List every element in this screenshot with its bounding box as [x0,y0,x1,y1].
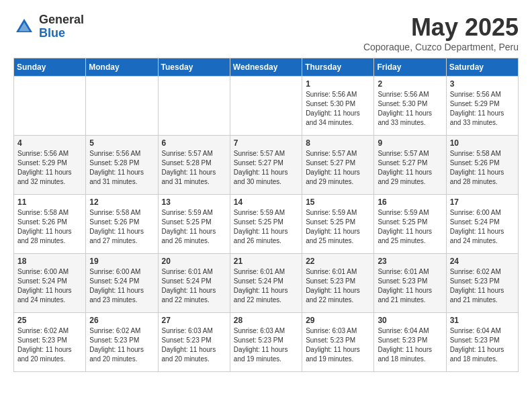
day-number: 22 [306,257,370,266]
calendar-cell: 24Sunrise: 6:02 AM Sunset: 5:23 PM Dayli… [446,254,518,313]
day-info: Sunrise: 5:56 AM Sunset: 5:30 PM Dayligh… [306,90,370,128]
calendar-cell: 8Sunrise: 5:57 AM Sunset: 5:27 PM Daylig… [302,136,374,195]
calendar-cell: 10Sunrise: 5:58 AM Sunset: 5:26 PM Dayli… [446,136,518,195]
day-number: 3 [450,79,515,89]
day-number: 6 [162,138,226,148]
day-number: 18 [17,257,82,266]
calendar-cell: 18Sunrise: 6:00 AM Sunset: 5:24 PM Dayli… [14,254,86,313]
calendar-cell: 31Sunrise: 6:04 AM Sunset: 5:23 PM Dayli… [446,313,518,372]
calendar-cell [14,77,86,136]
day-info: Sunrise: 5:56 AM Sunset: 5:29 PM Dayligh… [450,90,515,128]
calendar-cell: 16Sunrise: 5:59 AM Sunset: 5:25 PM Dayli… [374,195,446,254]
calendar-cell: 2Sunrise: 5:56 AM Sunset: 5:30 PM Daylig… [374,77,446,136]
day-info: Sunrise: 5:56 AM Sunset: 5:29 PM Dayligh… [17,149,82,187]
day-number: 24 [450,257,515,266]
location-subtitle: Coporaque, Cuzco Department, Peru [363,42,519,52]
day-info: Sunrise: 5:57 AM Sunset: 5:27 PM Dayligh… [306,149,370,187]
logo-text: General Blue [39,13,84,40]
day-of-week-header: Sunday [14,58,86,77]
calendar-cell [230,77,302,136]
calendar-cell: 13Sunrise: 5:59 AM Sunset: 5:25 PM Dayli… [158,195,230,254]
day-info: Sunrise: 6:00 AM Sunset: 5:24 PM Dayligh… [17,267,82,305]
calendar-cell: 12Sunrise: 5:58 AM Sunset: 5:26 PM Dayli… [86,195,158,254]
day-number: 4 [17,138,82,148]
calendar-cell: 23Sunrise: 6:01 AM Sunset: 5:23 PM Dayli… [374,254,446,313]
day-info: Sunrise: 6:00 AM Sunset: 5:24 PM Dayligh… [89,267,154,305]
day-number: 12 [89,197,154,207]
day-number: 8 [306,138,370,148]
day-info: Sunrise: 5:56 AM Sunset: 5:30 PM Dayligh… [378,90,442,128]
calendar-cell: 3Sunrise: 5:56 AM Sunset: 5:29 PM Daylig… [446,77,518,136]
day-of-week-header: Tuesday [158,58,230,77]
day-info: Sunrise: 6:04 AM Sunset: 5:23 PM Dayligh… [450,326,515,364]
day-number: 17 [450,197,515,207]
calendar-cell: 22Sunrise: 6:01 AM Sunset: 5:23 PM Dayli… [302,254,374,313]
calendar-cell: 7Sunrise: 5:57 AM Sunset: 5:27 PM Daylig… [230,136,302,195]
day-number: 23 [378,257,442,266]
calendar-cell: 17Sunrise: 6:00 AM Sunset: 5:24 PM Dayli… [446,195,518,254]
calendar-cell: 25Sunrise: 6:02 AM Sunset: 5:23 PM Dayli… [14,313,86,372]
day-info: Sunrise: 5:58 AM Sunset: 5:26 PM Dayligh… [89,208,154,246]
day-number: 19 [89,257,154,266]
day-of-week-header: Friday [374,58,446,77]
day-info: Sunrise: 5:58 AM Sunset: 5:26 PM Dayligh… [450,149,515,187]
day-number: 26 [89,316,154,325]
calendar-cell: 1Sunrise: 5:56 AM Sunset: 5:30 PM Daylig… [302,77,374,136]
calendar-body: 1Sunrise: 5:56 AM Sunset: 5:30 PM Daylig… [14,77,519,372]
day-number: 10 [450,138,515,148]
day-number: 14 [234,197,298,207]
day-number: 16 [378,197,442,207]
day-number: 11 [17,197,82,207]
logo: General Blue [13,13,84,40]
day-info: Sunrise: 5:56 AM Sunset: 5:28 PM Dayligh… [89,149,154,187]
day-number: 30 [378,316,442,325]
day-info: Sunrise: 5:59 AM Sunset: 5:25 PM Dayligh… [306,208,370,246]
day-of-week-header: Thursday [302,58,374,77]
day-info: Sunrise: 6:01 AM Sunset: 5:24 PM Dayligh… [162,267,226,305]
day-info: Sunrise: 6:00 AM Sunset: 5:24 PM Dayligh… [450,208,515,246]
header-row: SundayMondayTuesdayWednesdayThursdayFrid… [14,58,519,77]
day-number: 5 [89,138,154,148]
day-number: 27 [162,316,226,325]
calendar-cell: 5Sunrise: 5:56 AM Sunset: 5:28 PM Daylig… [86,136,158,195]
day-of-week-header: Wednesday [230,58,302,77]
day-info: Sunrise: 5:57 AM Sunset: 5:27 PM Dayligh… [378,149,442,187]
day-info: Sunrise: 6:04 AM Sunset: 5:23 PM Dayligh… [378,326,442,364]
day-info: Sunrise: 5:57 AM Sunset: 5:27 PM Dayligh… [234,149,298,187]
calendar-cell: 29Sunrise: 6:03 AM Sunset: 5:23 PM Dayli… [302,313,374,372]
day-info: Sunrise: 6:03 AM Sunset: 5:23 PM Dayligh… [306,326,370,364]
day-info: Sunrise: 6:03 AM Sunset: 5:23 PM Dayligh… [162,326,226,364]
calendar-cell: 26Sunrise: 6:02 AM Sunset: 5:23 PM Dayli… [86,313,158,372]
calendar-cell: 27Sunrise: 6:03 AM Sunset: 5:23 PM Dayli… [158,313,230,372]
calendar-cell: 20Sunrise: 6:01 AM Sunset: 5:24 PM Dayli… [158,254,230,313]
day-info: Sunrise: 6:03 AM Sunset: 5:23 PM Dayligh… [234,326,298,364]
calendar-week-row: 4Sunrise: 5:56 AM Sunset: 5:29 PM Daylig… [14,136,519,195]
day-number: 25 [17,316,82,325]
month-title: May 2025 [363,13,519,42]
day-info: Sunrise: 6:02 AM Sunset: 5:23 PM Dayligh… [89,326,154,364]
day-number: 29 [306,316,370,325]
calendar-cell: 9Sunrise: 5:57 AM Sunset: 5:27 PM Daylig… [374,136,446,195]
calendar-cell [86,77,158,136]
day-number: 7 [234,138,298,148]
title-area: May 2025 Coporaque, Cuzco Department, Pe… [363,13,519,52]
day-of-week-header: Monday [86,58,158,77]
day-number: 13 [162,197,226,207]
day-info: Sunrise: 5:57 AM Sunset: 5:28 PM Dayligh… [162,149,226,187]
calendar-cell: 30Sunrise: 6:04 AM Sunset: 5:23 PM Dayli… [374,313,446,372]
calendar-header: SundayMondayTuesdayWednesdayThursdayFrid… [14,58,519,77]
day-info: Sunrise: 5:59 AM Sunset: 5:25 PM Dayligh… [234,208,298,246]
calendar-cell: 11Sunrise: 5:58 AM Sunset: 5:26 PM Dayli… [14,195,86,254]
calendar-cell: 6Sunrise: 5:57 AM Sunset: 5:28 PM Daylig… [158,136,230,195]
calendar-cell: 15Sunrise: 5:59 AM Sunset: 5:25 PM Dayli… [302,195,374,254]
calendar-cell: 14Sunrise: 5:59 AM Sunset: 5:25 PM Dayli… [230,195,302,254]
calendar-week-row: 1Sunrise: 5:56 AM Sunset: 5:30 PM Daylig… [14,77,519,136]
calendar-cell: 19Sunrise: 6:00 AM Sunset: 5:24 PM Dayli… [86,254,158,313]
calendar-cell: 4Sunrise: 5:56 AM Sunset: 5:29 PM Daylig… [14,136,86,195]
day-info: Sunrise: 6:01 AM Sunset: 5:23 PM Dayligh… [306,267,370,305]
day-number: 21 [234,257,298,266]
calendar-table: SundayMondayTuesdayWednesdayThursdayFrid… [13,58,519,372]
logo-icon [13,16,35,38]
header: General Blue May 2025 Coporaque, Cuzco D… [13,13,519,52]
day-of-week-header: Saturday [446,58,518,77]
